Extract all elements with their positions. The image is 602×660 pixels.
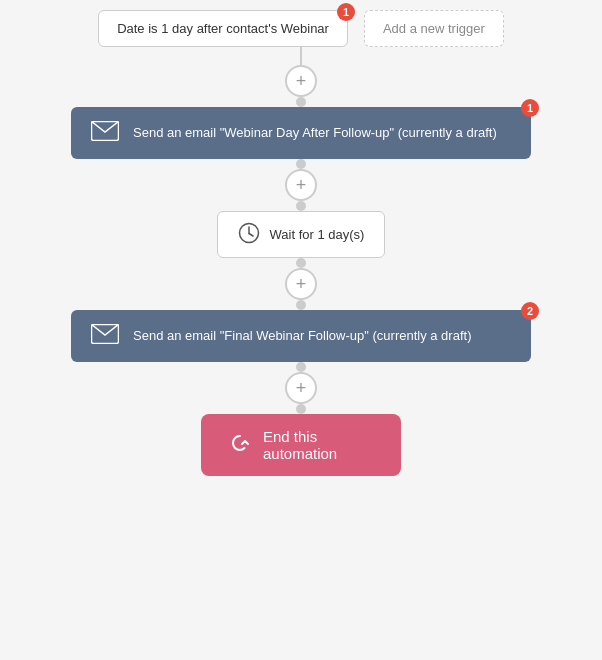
- wait-label: Wait for 1 day(s): [270, 227, 365, 242]
- clock-icon: [238, 222, 260, 247]
- add-step-button-1[interactable]: +: [285, 65, 317, 97]
- email-badge-2: 2: [521, 302, 539, 320]
- svg-line-3: [249, 234, 253, 237]
- email-action-block-1[interactable]: Send an email "Webinar Day After Follow-…: [71, 107, 531, 159]
- connector-dot-1: [296, 97, 306, 107]
- connector-dot-3: [296, 201, 306, 211]
- automation-canvas: Date is 1 day after contact's Webinar 1 …: [0, 0, 602, 660]
- trigger-row: Date is 1 day after contact's Webinar 1 …: [0, 10, 602, 47]
- end-automation-block[interactable]: End this automation: [201, 414, 401, 476]
- connector-dot-6: [296, 362, 306, 372]
- connector-1: [300, 47, 302, 65]
- add-step-button-3[interactable]: +: [285, 268, 317, 300]
- connector-dot-2: [296, 159, 306, 169]
- automation-icon: [229, 433, 251, 458]
- end-automation-label: End this automation: [263, 428, 373, 462]
- add-step-button-4[interactable]: +: [285, 372, 317, 404]
- connector-dot-5: [296, 300, 306, 310]
- email-action-label-2: Send an email "Final Webinar Follow-up" …: [133, 327, 471, 345]
- trigger-add-label: Add a new trigger: [383, 21, 485, 36]
- envelope-icon-2: [91, 324, 119, 348]
- connector-dot-4: [296, 258, 306, 268]
- trigger-main[interactable]: Date is 1 day after contact's Webinar 1: [98, 10, 348, 47]
- email-action-label-1: Send an email "Webinar Day After Follow-…: [133, 124, 497, 142]
- wait-block[interactable]: Wait for 1 day(s): [217, 211, 386, 258]
- trigger-add[interactable]: Add a new trigger: [364, 10, 504, 47]
- email-badge-1: 1: [521, 99, 539, 117]
- trigger-main-label: Date is 1 day after contact's Webinar: [117, 21, 329, 36]
- connector-dot-7: [296, 404, 306, 414]
- email-action-block-2[interactable]: Send an email "Final Webinar Follow-up" …: [71, 310, 531, 362]
- envelope-icon-1: [91, 121, 119, 145]
- add-step-button-2[interactable]: +: [285, 169, 317, 201]
